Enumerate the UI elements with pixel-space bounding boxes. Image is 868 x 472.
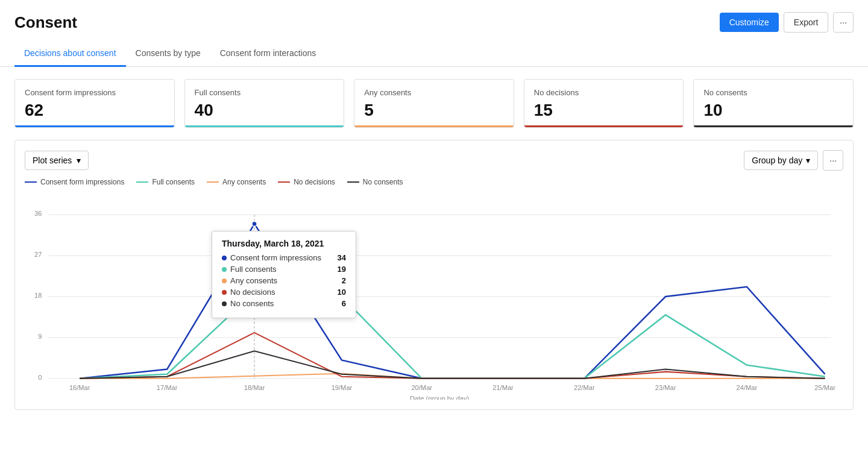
metric-impressions-label: Consent form impressions	[25, 88, 165, 97]
metric-impressions-bar	[15, 125, 174, 127]
svg-text:22/Mar: 22/Mar	[574, 384, 595, 391]
svg-text:18: 18	[34, 292, 42, 299]
metric-no-decisions: No decisions 15	[524, 79, 684, 128]
legend-nocon-line	[347, 181, 359, 183]
chevron-down-icon: ▾	[77, 156, 81, 165]
export-button[interactable]: Export	[784, 12, 828, 33]
tooltip-date: Thursday, March 18, 2021	[222, 239, 346, 248]
chart-legend: Consent form impressions Full consents A…	[25, 178, 843, 186]
metric-full-consents: Full consents 40	[184, 79, 345, 128]
tab-by-type[interactable]: Consents by type	[126, 42, 210, 67]
svg-text:19/Mar: 19/Mar	[332, 384, 353, 391]
tabs: Decisions about consent Consents by type…	[0, 33, 868, 67]
tooltip-row-impressions: Consent form impressions 34	[222, 253, 346, 262]
header-actions: Customize Export ···	[720, 12, 854, 33]
chart-toolbar-right: Group by day ▾ ···	[744, 150, 843, 171]
svg-text:27: 27	[34, 251, 42, 258]
metric-full-bar	[185, 125, 344, 127]
legend-any: Any consents	[207, 178, 266, 186]
legend-full: Full consents	[136, 178, 195, 186]
page-title: Consent	[14, 13, 77, 32]
svg-text:16/Mar: 16/Mar	[69, 384, 90, 391]
tooltip-val-nocon: 6	[342, 299, 346, 308]
legend-impressions-label: Consent form impressions	[40, 178, 124, 186]
svg-point-22	[252, 221, 257, 226]
legend-any-line	[207, 181, 219, 183]
page: Consent Customize Export ··· Decisions a…	[0, 0, 868, 472]
chart-tooltip: Thursday, March 18, 2021 Consent form im…	[212, 231, 356, 318]
tab-interactions[interactable]: Consent form interactions	[210, 42, 326, 67]
metric-impressions: Consent form impressions 62	[14, 79, 175, 128]
tooltip-dot-full	[222, 267, 227, 272]
metric-nodec-label: No decisions	[534, 88, 674, 97]
more-icon: ···	[840, 17, 847, 27]
metric-nodec-bar	[524, 125, 684, 127]
tooltip-val-full: 19	[338, 265, 346, 274]
metric-any-consents: Any consents 5	[354, 79, 514, 128]
svg-text:Date (group by day): Date (group by day)	[410, 395, 470, 400]
svg-text:36: 36	[34, 210, 42, 217]
tooltip-dot-nodec	[222, 290, 227, 295]
svg-text:18/Mar: 18/Mar	[244, 384, 265, 391]
legend-impressions: Consent form impressions	[25, 178, 124, 186]
tooltip-dot-nocon	[222, 301, 227, 306]
tooltip-val-impressions: 34	[338, 253, 346, 262]
svg-text:9: 9	[38, 333, 42, 340]
tooltip-label-nodec: No decisions	[230, 288, 275, 297]
tooltip-label-full: Full consents	[230, 265, 277, 274]
group-by-button[interactable]: Group by day ▾	[744, 151, 818, 170]
metric-any-label: Any consents	[364, 88, 504, 97]
metric-nodec-value: 15	[534, 101, 674, 120]
chevron-down-icon-2: ▾	[806, 156, 810, 165]
legend-nodec-line	[278, 181, 290, 183]
tooltip-dot-impressions	[222, 256, 227, 260]
metric-nocon-value: 10	[703, 101, 843, 120]
header: Consent Customize Export ···	[0, 0, 868, 33]
legend-nocon: No consents	[347, 178, 403, 186]
tooltip-dot-any	[222, 278, 227, 283]
chart-more-button[interactable]: ···	[823, 150, 843, 171]
tooltip-label-nocon: No consents	[230, 299, 274, 308]
plot-series-label: Plot series	[33, 156, 72, 165]
legend-nodec-label: No decisions	[294, 178, 335, 186]
legend-full-label: Full consents	[152, 178, 195, 186]
tooltip-row-nocon: No consents 6	[222, 299, 346, 308]
customize-button[interactable]: Customize	[720, 13, 779, 32]
metrics-row: Consent form impressions 62 Full consent…	[0, 67, 868, 140]
svg-text:21/Mar: 21/Mar	[492, 384, 514, 391]
legend-full-line	[136, 181, 148, 183]
metric-no-consents: No consents 10	[693, 79, 854, 128]
metric-nocon-label: No consents	[703, 88, 843, 97]
metric-any-bar	[354, 125, 514, 127]
legend-impressions-line	[25, 181, 37, 183]
chart-toolbar: Plot series ▾ Group by day ▾ ···	[25, 150, 843, 171]
legend-any-label: Any consents	[222, 178, 266, 186]
metric-full-value: 40	[195, 101, 335, 120]
more-options-button[interactable]: ···	[833, 12, 854, 33]
plot-series-button[interactable]: Plot series ▾	[25, 151, 89, 170]
tooltip-row-any: Any consents 2	[222, 276, 346, 285]
legend-nocon-label: No consents	[363, 178, 403, 186]
svg-text:24/Mar: 24/Mar	[737, 384, 758, 391]
tooltip-row-full: Full consents 19	[222, 265, 346, 274]
tooltip-val-any: 2	[342, 276, 346, 285]
tooltip-row-nodec: No decisions 10	[222, 288, 346, 297]
metric-full-label: Full consents	[195, 88, 335, 97]
chart-more-icon: ···	[829, 156, 837, 165]
svg-text:25/Mar: 25/Mar	[814, 384, 835, 391]
metric-impressions-value: 62	[25, 101, 165, 120]
metric-nocon-bar	[694, 125, 853, 127]
chart-svg: 0 9 18 27 36 16/Mar 17/Mar 18/Mar 19/Mar…	[25, 195, 843, 400]
svg-text:17/Mar: 17/Mar	[157, 384, 178, 391]
tooltip-val-nodec: 10	[338, 288, 346, 297]
tooltip-label-impressions: Consent form impressions	[230, 253, 321, 262]
svg-text:23/Mar: 23/Mar	[655, 384, 676, 391]
chart-section: Plot series ▾ Group by day ▾ ··· Consent…	[14, 140, 854, 410]
group-by-label: Group by day	[752, 156, 802, 165]
svg-text:0: 0	[38, 374, 42, 381]
chart-container: 0 9 18 27 36 16/Mar 17/Mar 18/Mar 19/Mar…	[25, 195, 843, 400]
tooltip-label-any: Any consents	[230, 276, 277, 285]
tab-decisions[interactable]: Decisions about consent	[14, 42, 126, 67]
metric-any-value: 5	[364, 101, 504, 120]
legend-nodec: No decisions	[278, 178, 335, 186]
